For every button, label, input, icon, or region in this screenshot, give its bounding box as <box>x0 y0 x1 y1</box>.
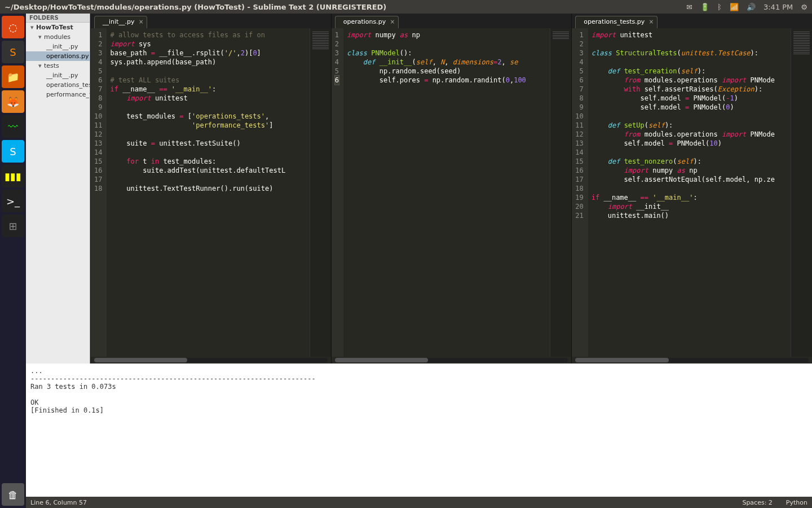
editor-area: FOLDERS ▾HowToTest ▾modules __init__.py … <box>26 14 812 364</box>
tab-init[interactable]: __init__.py × <box>94 16 147 28</box>
bluetooth-icon[interactable]: ᛒ <box>717 3 722 11</box>
code-view[interactable]: 123456 import numpy as np class PNModel(… <box>332 28 572 357</box>
pane-3: operations_tests.py × 123456789101112131… <box>571 14 812 364</box>
workspace-switcher-icon[interactable]: ⊞ <box>2 214 24 237</box>
h-scrollbar[interactable] <box>335 358 568 362</box>
close-icon[interactable]: × <box>139 19 143 25</box>
menubar: ~/Desktop/HowToTest/modules/operations.p… <box>0 0 812 14</box>
sidebar-file[interactable]: __init__.py <box>26 42 90 51</box>
terminal-icon[interactable]: >_ <box>2 190 24 212</box>
files-icon[interactable]: 📁 <box>2 65 24 88</box>
colorpicker-icon[interactable]: ▮▮▮ <box>2 165 24 187</box>
statusbar: Line 6, Column 57 Spaces: 2 Python <box>26 497 812 508</box>
window-title: ~/Desktop/HowToTest/modules/operations.p… <box>5 3 678 11</box>
gutter: 123456 <box>332 28 343 357</box>
minimap[interactable] <box>310 28 331 357</box>
battery-icon[interactable]: 🔋 <box>700 3 709 11</box>
status-position[interactable]: Line 6, Column 57 <box>30 499 87 506</box>
sidebar-folder-modules[interactable]: ▾modules <box>26 32 90 42</box>
sublime-icon[interactable]: S <box>2 41 24 63</box>
gear-icon[interactable]: ⚙ <box>801 3 807 11</box>
sidebar-project[interactable]: ▾HowToTest <box>26 23 90 32</box>
h-scrollbar[interactable] <box>575 358 809 362</box>
minimap[interactable] <box>791 28 812 357</box>
tab-bar: operations_tests.py × <box>572 14 812 28</box>
gutter: 123456789101112131415161718192021 <box>572 28 588 357</box>
sidebar-file[interactable]: operations_tests.py <box>26 80 90 90</box>
status-syntax[interactable]: Python <box>786 499 807 506</box>
code[interactable]: import numpy as np class PNModel(): def … <box>343 28 550 357</box>
mail-icon[interactable]: ✉ <box>686 3 692 11</box>
close-icon[interactable]: × <box>390 19 395 25</box>
code[interactable]: import unittest class StructuralTests(un… <box>588 28 791 357</box>
sidebar-file[interactable]: performance_tests.py <box>26 90 90 99</box>
pane-2: operations.py × 123456 import numpy as n… <box>331 14 572 364</box>
code[interactable]: # allow tests to access files as if on i… <box>107 28 309 357</box>
pane-1: __init__.py × 12345678910111213141516171… <box>90 14 331 364</box>
close-icon[interactable]: × <box>649 19 654 25</box>
tab-label: __init__.py <box>103 18 134 25</box>
folder-sidebar: FOLDERS ▾HowToTest ▾modules __init__.py … <box>26 14 90 364</box>
code-view[interactable]: 123456789101112131415161718192021 import… <box>572 28 812 357</box>
sidebar-file[interactable]: operations.py <box>26 51 90 61</box>
tab-operations-tests[interactable]: operations_tests.py × <box>575 16 657 28</box>
skype-icon[interactable]: S <box>2 140 24 163</box>
trash-icon[interactable]: 🗑 <box>2 483 24 506</box>
firefox-icon[interactable]: 🦊 <box>2 90 24 113</box>
app-window: FOLDERS ▾HowToTest ▾modules __init__.py … <box>26 14 812 508</box>
clock[interactable]: 3:41 PM <box>764 3 793 11</box>
gutter: 123456789101112131415161718 <box>91 28 107 357</box>
sidebar-folder-tests[interactable]: ▾tests <box>26 61 90 71</box>
tab-label: operations_tests.py <box>584 18 645 25</box>
minimap[interactable] <box>550 28 571 357</box>
h-scrollbar[interactable] <box>94 358 328 362</box>
build-output[interactable]: ... ------------------------------------… <box>26 364 812 497</box>
tab-bar: __init__.py × <box>91 14 331 28</box>
status-spaces[interactable]: Spaces: 2 <box>742 499 772 506</box>
tab-operations[interactable]: operations.py × <box>335 16 399 28</box>
sysmonitor-icon[interactable]: 〰 <box>2 115 24 138</box>
tab-bar: operations.py × <box>332 14 572 28</box>
code-view[interactable]: 123456789101112131415161718 # allow test… <box>91 28 331 357</box>
wifi-icon[interactable]: 📶 <box>730 3 739 11</box>
launcher: ◌ S 📁 🦊 〰 S ▮▮▮ >_ ⊞ 🗑 <box>0 14 26 508</box>
dash-icon[interactable]: ◌ <box>2 16 24 38</box>
sidebar-header: FOLDERS <box>26 14 90 23</box>
tab-label: operations.py <box>343 18 386 25</box>
volume-icon[interactable]: 🔊 <box>747 3 756 11</box>
sidebar-file[interactable]: __init__.py <box>26 71 90 80</box>
